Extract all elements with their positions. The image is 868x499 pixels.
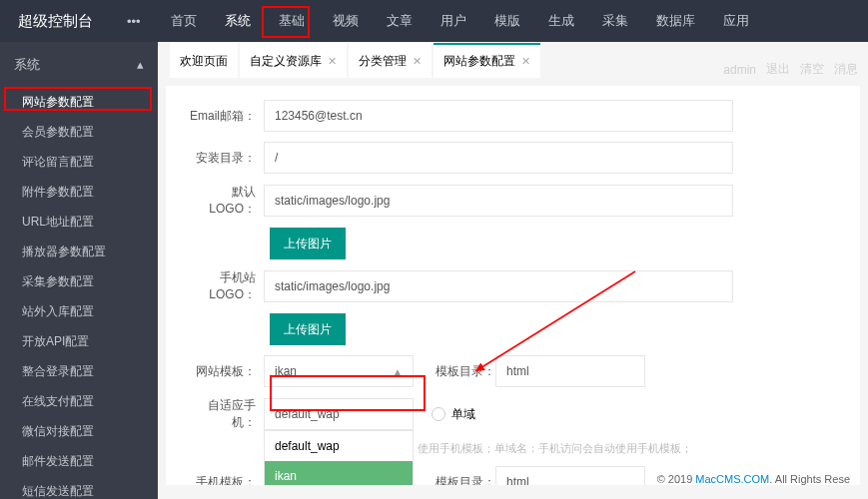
sidebar-head[interactable]: 系统 ▴ — [0, 42, 158, 87]
label-mtpldir: 模板目录： — [432, 474, 495, 486]
close-icon[interactable]: ✕ — [413, 55, 422, 68]
tab-category[interactable]: 分类管理✕ — [349, 43, 432, 78]
tpldir-input[interactable] — [495, 355, 645, 387]
row-hint: 使用手机模板；单域名：手机访问会自动使用手机模板； — [418, 441, 838, 456]
main: 欢迎页面 自定义资源库✕ 分类管理✕ 网站参数配置✕ admin 退出 清空 消… — [158, 42, 868, 499]
upload-logo-button[interactable]: 上传图片 — [270, 228, 346, 259]
adapt-select[interactable]: default_wap default_wap ikan — [264, 398, 414, 430]
label-mlogo: 手机站LOGO： — [188, 269, 264, 303]
sidebar-item-external[interactable]: 站外入库配置 — [0, 296, 158, 326]
adapt-dropdown: default_wap ikan — [264, 430, 414, 485]
sidebar-item-payment[interactable]: 在线支付配置 — [0, 386, 158, 416]
topbar: 超级控制台 ••• 首页 系统 基础 视频 文章 用户 模版 生成 采集 数据库… — [0, 0, 868, 42]
dropdown-item[interactable]: default_wap — [265, 431, 413, 461]
sidebar-item-wechat[interactable]: 微信对接配置 — [0, 416, 158, 446]
sidebar-item-attachment[interactable]: 附件参数配置 — [0, 177, 158, 207]
row-install: 安装目录： — [188, 142, 838, 174]
clear-label[interactable]: 清空 — [800, 61, 824, 78]
row-logo: 默认LOGO： — [188, 184, 838, 218]
template-select[interactable]: ikan▲ — [264, 355, 414, 387]
footer: © 2019 MacCMS.COM. All Rights Rese — [657, 473, 850, 485]
sidebar-item-comment[interactable]: 评论留言配置 — [0, 147, 158, 177]
label-logo: 默认LOGO： — [188, 184, 264, 218]
content: Email邮箱： 安装目录： 默认LOGO： 上传图片 手机站LOGO： 上传图… — [166, 86, 860, 485]
logout-label[interactable]: 退出 — [766, 61, 790, 78]
label-install: 安装目录： — [188, 150, 264, 167]
tab-welcome[interactable]: 欢迎页面 — [170, 43, 238, 78]
sidebar-item-member[interactable]: 会员参数配置 — [0, 117, 158, 147]
caret-up-icon: ▴ — [137, 57, 144, 72]
email-input[interactable] — [264, 100, 733, 132]
tabs: 欢迎页面 自定义资源库✕ 分类管理✕ 网站参数配置✕ admin 退出 清空 消… — [158, 42, 868, 78]
install-input[interactable] — [264, 142, 733, 174]
row-template: 网站模板： ikan▲ 模板目录： — [188, 355, 838, 387]
row-adapt: 自适应手机： default_wap default_wap ikan 单域 — [188, 397, 838, 431]
sidebar-item-api[interactable]: 开放API配置 — [0, 326, 158, 356]
msg-label[interactable]: 消息 — [834, 61, 858, 78]
sidebar-item-player[interactable]: 播放器参数配置 — [0, 237, 158, 266]
label-email: Email邮箱： — [188, 108, 264, 125]
user-label[interactable]: admin — [723, 63, 756, 77]
nav-user[interactable]: 用户 — [427, 0, 480, 42]
logo-input[interactable] — [264, 185, 733, 217]
nav-basic[interactable]: 基础 — [265, 0, 319, 42]
tab-right-tools: admin 退出 清空 消息 — [723, 61, 868, 78]
sidebar-item-siteconfig[interactable]: 网站参数配置 — [0, 87, 158, 117]
nav-generate[interactable]: 生成 — [534, 0, 588, 42]
nav-video[interactable]: 视频 — [319, 0, 373, 42]
sidebar-item-sms[interactable]: 短信发送配置 — [0, 476, 158, 499]
upload-mlogo-button[interactable]: 上传图片 — [270, 313, 346, 345]
nav-system[interactable]: 系统 — [211, 0, 265, 42]
sidebar-item-login[interactable]: 整合登录配置 — [0, 356, 158, 386]
label-adapt: 自适应手机： — [188, 397, 264, 431]
sidebar-item-url[interactable]: URL地址配置 — [0, 207, 158, 237]
footer-link[interactable]: MacCMS.COM — [695, 473, 769, 485]
sidebar-head-label: 系统 — [14, 56, 40, 74]
sidebar-item-collect[interactable]: 采集参数配置 — [0, 266, 158, 296]
mlogo-input[interactable] — [264, 270, 733, 302]
row-mlogo: 手机站LOGO： — [188, 269, 838, 303]
hint-text: 使用手机模板；单域名：手机访问会自动使用手机模板； — [418, 441, 692, 456]
nav-template[interactable]: 模版 — [480, 0, 534, 42]
sidebar: 系统 ▴ 网站参数配置 会员参数配置 评论留言配置 附件参数配置 URL地址配置… — [0, 42, 158, 499]
close-icon[interactable]: ✕ — [521, 55, 530, 68]
nav-more[interactable]: ••• — [111, 0, 157, 42]
nav-home[interactable]: 首页 — [157, 0, 211, 42]
radio-single-domain[interactable]: 单域 — [432, 406, 475, 423]
tab-custom-resource[interactable]: 自定义资源库✕ — [240, 43, 347, 78]
row-email: Email邮箱： — [188, 100, 838, 132]
top-nav: ••• 首页 系统 基础 视频 文章 用户 模版 生成 采集 数据库 应用 — [111, 0, 763, 42]
caret-up-icon: ▲ — [393, 366, 403, 377]
nav-collect[interactable]: 采集 — [588, 0, 642, 42]
app-logo: 超级控制台 — [0, 12, 111, 31]
close-icon[interactable]: ✕ — [328, 55, 337, 68]
label-tpldir: 模板目录： — [432, 363, 495, 380]
nav-database[interactable]: 数据库 — [642, 0, 709, 42]
radio-icon — [432, 407, 445, 421]
label-mtpl: 手机模板： — [188, 474, 264, 486]
tab-siteconfig[interactable]: 网站参数配置✕ — [434, 43, 540, 78]
label-template: 网站模板： — [188, 363, 264, 380]
mtpldir-input[interactable] — [495, 466, 645, 485]
nav-article[interactable]: 文章 — [373, 0, 427, 42]
dropdown-item-selected[interactable]: ikan — [265, 461, 413, 485]
nav-app[interactable]: 应用 — [709, 0, 763, 42]
sidebar-item-mail[interactable]: 邮件发送配置 — [0, 446, 158, 476]
